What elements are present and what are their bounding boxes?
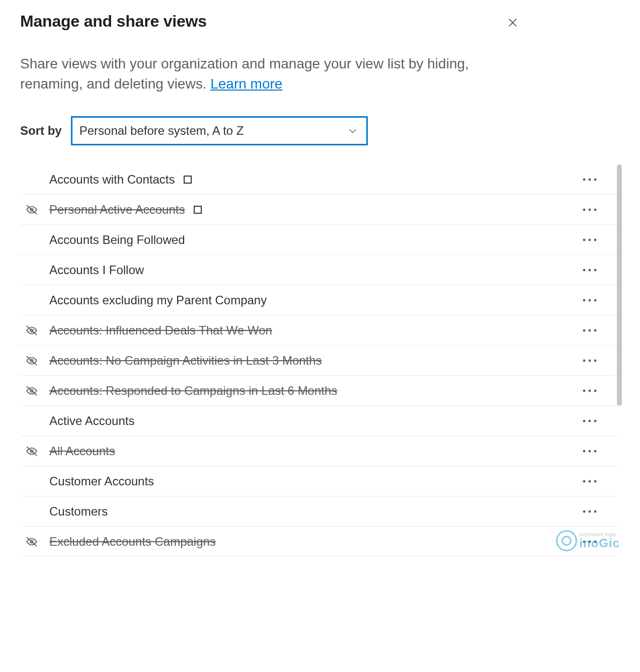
view-name-label: Personal Active Accounts [49, 203, 185, 217]
view-name-label: Accounts: Influenced Deals That We Won [49, 323, 272, 338]
more-dots-icon [583, 359, 597, 362]
view-list-item[interactable]: Accounts with Contacts [20, 164, 617, 195]
svg-point-36 [594, 419, 597, 422]
more-dots-icon [583, 480, 597, 483]
watermark-logo-icon [556, 530, 577, 551]
svg-point-15 [594, 269, 597, 271]
view-list-item[interactable]: Personal Active Accounts [20, 195, 617, 225]
svg-point-21 [583, 329, 586, 331]
manage-views-panel: Manage and share views Share views with … [0, 0, 640, 672]
svg-point-18 [594, 299, 597, 301]
svg-point-17 [589, 299, 591, 301]
svg-point-34 [583, 419, 586, 422]
sort-selected-value: Personal before system, A to Z [79, 124, 244, 138]
more-actions-button[interactable] [577, 415, 603, 427]
scrollbar-thumb[interactable] [617, 164, 622, 406]
view-list-item[interactable]: Active Accounts [20, 406, 617, 436]
svg-point-31 [583, 389, 586, 392]
panel-header: Manage and share views [20, 12, 620, 33]
svg-point-27 [589, 359, 591, 362]
more-actions-button[interactable] [577, 355, 603, 366]
view-name-label: Customer Accounts [49, 474, 154, 488]
close-button[interactable] [504, 14, 521, 33]
chevron-down-icon [347, 125, 358, 136]
svg-point-2 [583, 178, 586, 181]
hidden-eye-icon [25, 535, 49, 548]
more-actions-button[interactable] [577, 325, 603, 336]
view-list-item[interactable]: Customer Accounts [20, 466, 617, 496]
svg-point-7 [583, 208, 586, 211]
view-list-container: Accounts with Contacts Personal Active A… [20, 164, 620, 557]
hidden-eye-icon [25, 203, 49, 216]
svg-point-16 [583, 299, 586, 301]
view-name-label: All Accounts [49, 444, 115, 458]
svg-point-4 [594, 178, 597, 181]
view-name-label: Accounts Being Followed [49, 233, 185, 247]
view-name-label: Accounts: Responded to Campaigns in Last… [49, 384, 337, 398]
view-list-item[interactable]: Accounts I Follow [20, 255, 617, 285]
badge-icon [184, 176, 192, 184]
more-dots-icon [583, 269, 597, 272]
svg-point-42 [583, 480, 586, 482]
more-actions-button[interactable] [577, 385, 603, 396]
sort-row: Sort by Personal before system, A to Z [20, 116, 620, 145]
more-dots-icon [583, 389, 597, 392]
svg-point-47 [594, 510, 597, 513]
view-list-item[interactable]: Accounts excluding my Parent Company [20, 285, 617, 315]
more-actions-button[interactable] [577, 295, 603, 306]
svg-point-43 [589, 480, 591, 482]
svg-point-28 [594, 359, 597, 362]
svg-point-45 [583, 510, 586, 513]
more-actions-button[interactable] [577, 234, 603, 245]
view-name-label: Accounts I Follow [49, 263, 144, 277]
svg-point-14 [589, 269, 591, 271]
svg-point-40 [589, 450, 591, 452]
svg-point-3 [589, 178, 591, 181]
svg-point-32 [589, 389, 591, 392]
more-dots-icon [583, 450, 597, 453]
sort-dropdown[interactable]: Personal before system, A to Z [71, 116, 368, 145]
svg-point-11 [589, 238, 591, 241]
view-name-label: Accounts with Contacts [49, 173, 175, 187]
view-list-item[interactable]: Accounts: No Campaign Activities in Last… [20, 346, 617, 376]
view-list-item[interactable]: Accounts Being Followed [20, 225, 617, 255]
badge-icon [194, 206, 202, 214]
svg-point-12 [594, 238, 597, 241]
more-dots-icon [583, 178, 597, 181]
svg-point-10 [583, 238, 586, 241]
watermark: innovative logic inoGic [556, 530, 620, 551]
svg-point-8 [589, 208, 591, 211]
svg-point-35 [589, 419, 591, 422]
view-list-item[interactable]: Accounts: Responded to Campaigns in Last… [20, 376, 617, 406]
learn-more-link[interactable]: Learn more [210, 76, 282, 92]
hidden-eye-icon [25, 384, 49, 397]
more-dots-icon [583, 238, 597, 241]
more-dots-icon [583, 208, 597, 211]
svg-point-41 [594, 450, 597, 452]
view-list-item[interactable]: Customers [20, 496, 617, 527]
personal-view-badge [194, 206, 202, 214]
view-list[interactable]: Accounts with Contacts Personal Active A… [20, 164, 620, 557]
svg-point-9 [594, 208, 597, 211]
close-icon [507, 17, 518, 28]
more-actions-button[interactable] [577, 476, 603, 487]
hidden-eye-icon [25, 324, 49, 337]
view-list-item[interactable]: Excluded Accounts Campaigns [20, 527, 617, 557]
svg-point-33 [594, 389, 597, 392]
watermark-brand: inoGic [579, 537, 620, 549]
view-list-item[interactable]: Accounts: Influenced Deals That We Won [20, 315, 617, 346]
more-actions-button[interactable] [577, 174, 603, 185]
panel-description: Share views with your organization and m… [20, 54, 513, 94]
more-actions-button[interactable] [577, 506, 603, 517]
view-name-label: Active Accounts [49, 414, 134, 428]
view-list-item[interactable]: All Accounts [20, 436, 617, 466]
personal-view-badge [184, 176, 192, 184]
more-actions-button[interactable] [577, 265, 603, 276]
more-actions-button[interactable] [577, 446, 603, 457]
panel-title: Manage and share views [20, 12, 207, 31]
svg-point-39 [583, 450, 586, 452]
more-actions-button[interactable] [577, 204, 603, 215]
svg-point-44 [594, 480, 597, 482]
svg-point-26 [583, 359, 586, 362]
more-dots-icon [583, 419, 597, 423]
